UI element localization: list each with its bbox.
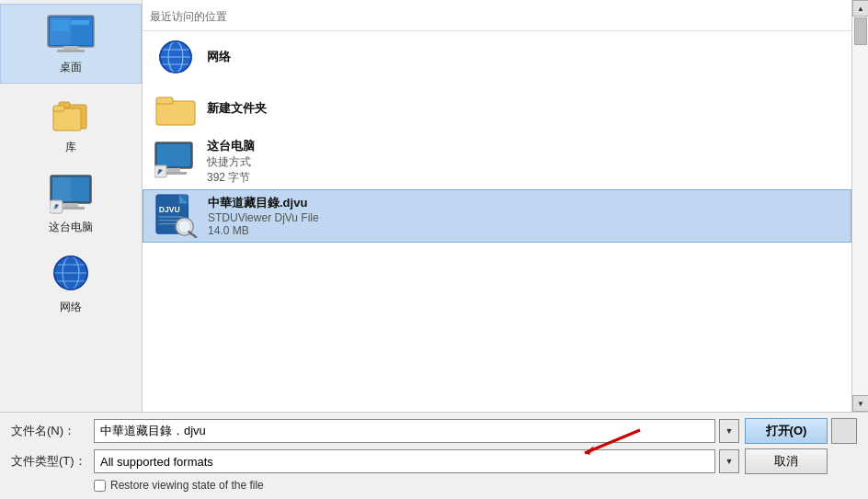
svg-rect-9 [53,108,81,130]
content-pane: 最近访问的位置 网络 [143,0,851,412]
pc-file-icon [154,140,198,184]
list-item[interactable]: 新建文件夹 [143,83,851,134]
file-name: 新建文件夹 [207,100,267,117]
svg-text:DJVU: DJVU [159,205,180,214]
sidebar-item-network[interactable]: 网络 [0,244,142,323]
file-info: 新建文件夹 [207,100,267,117]
main-area: 桌面 库 [0,0,868,412]
sidebar-item-this-pc[interactable]: 这台电脑 [0,164,142,244]
svg-rect-3 [52,20,69,31]
restore-checkbox-label: Restore viewing state of the file [110,479,264,492]
file-name: 这台电脑 [207,138,255,154]
svg-rect-6 [57,50,85,52]
svg-rect-13 [52,177,71,201]
this-pc-icon [43,172,98,218]
open-file-dialog: 桌面 库 [0,0,868,499]
scroll-thumb[interactable] [854,17,867,45]
file-size: 392 字节 [207,170,255,186]
bottom-bar: 文件名(N)： ▼ 打开(O) 文件类型(T)： ▼ 取消 [0,412,868,499]
file-info: 网络 [207,49,231,65]
filetype-dropdown-btn[interactable]: ▼ [719,449,739,473]
svg-rect-33 [157,144,190,166]
scrollbar[interactable]: ▲ ▼ [851,0,868,412]
file-type: STDUViewer DjVu File [208,211,319,224]
file-size: 14.0 MB [208,224,319,237]
sidebar-item-library[interactable]: 库 [0,84,142,164]
sidebar-item-desktop[interactable]: 桌面 [0,4,142,84]
filetype-label: 文件类型(T)： [11,453,94,470]
djvu-file-icon: DJVU [154,194,199,238]
checkbox-row: Restore viewing state of the file [94,479,857,492]
sidebar: 桌面 库 [0,0,143,412]
svg-line-47 [188,232,196,237]
recent-locations-label: 最近访问的位置 [143,4,851,31]
sidebar-library-label: 库 [65,140,76,155]
filename-label: 文件名(N)： [11,423,94,439]
cancel-button[interactable]: 取消 [745,448,828,474]
svg-rect-14 [63,203,78,207]
filetype-input-wrap: ▼ [94,449,739,473]
svg-rect-5 [63,46,78,50]
list-item[interactable]: 网络 [143,31,851,83]
svg-rect-4 [71,20,89,25]
list-item[interactable]: 这台电脑 快捷方式 392 字节 [143,134,851,189]
sidebar-network-label: 网络 [60,300,82,315]
file-name: 网络 [207,49,231,65]
svg-point-48 [179,221,190,232]
restore-checkbox[interactable] [94,480,106,492]
filename-dropdown-btn[interactable]: ▼ [719,419,739,443]
filename-input[interactable] [94,419,715,443]
file-info: 中華道藏目錄.djvu STDUViewer DjVu File 14.0 MB [208,195,319,237]
list-item-djvu[interactable]: DJVU 中華道藏目錄.djvu STDU [143,189,851,243]
scroll-track [852,17,868,395]
svg-rect-30 [156,101,195,125]
filename-row: 文件名(N)： ▼ 打开(O) [11,418,857,444]
network-file-icon [154,35,198,79]
svg-rect-34 [167,168,180,172]
sidebar-desktop-label: 桌面 [60,60,82,75]
filetype-row: 文件类型(T)： ▼ 取消 [11,448,857,474]
network-icon [43,252,98,298]
extra-options-btn[interactable] [831,418,857,444]
sidebar-this-pc-label: 这台电脑 [49,220,93,235]
scroll-down-btn[interactable]: ▼ [852,395,868,412]
scroll-up-btn[interactable]: ▲ [852,0,868,17]
file-name: 中華道藏目錄.djvu [208,195,319,211]
svg-rect-10 [53,106,64,111]
open-button[interactable]: 打开(O) [745,418,828,444]
file-info: 这台电脑 快捷方式 392 字节 [207,138,255,186]
filetype-input[interactable] [94,449,715,473]
folder-file-icon [154,86,198,130]
file-type: 快捷方式 [207,154,255,170]
filename-input-wrap: ▼ [94,419,739,443]
svg-rect-31 [156,97,173,104]
desktop-icon [43,12,98,58]
library-icon [43,92,98,138]
